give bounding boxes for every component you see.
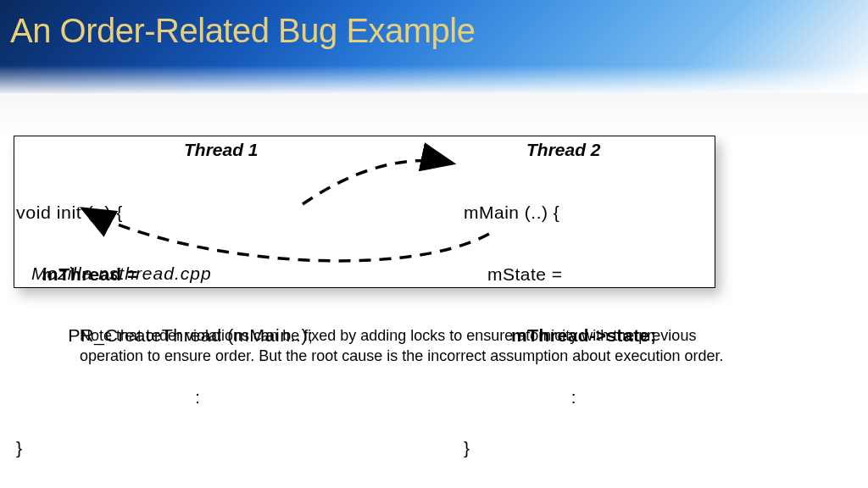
thread1-line1: void init (..) { (16, 202, 345, 223)
thread2-header: Thread 2 (526, 140, 601, 160)
explanatory-note: Note that order violations can be fixed … (80, 325, 724, 367)
thread2-line1: mMain (..) { (464, 202, 659, 223)
thread1-ellipsis: : (51, 387, 345, 397)
banner-fade (0, 93, 868, 140)
source-file-label: Mozilla nsthread.cpp (31, 263, 212, 284)
thread1-close-brace: } (16, 438, 345, 458)
code-figure: Thread 1 Thread 2 void init (..) { mThre… (14, 136, 715, 288)
thread1-header: Thread 1 (184, 140, 259, 160)
slide-title: An Order-Related Bug Example (10, 12, 476, 50)
thread2-ellipsis: : (489, 387, 659, 397)
thread2-close-brace: } (464, 438, 659, 458)
title-banner: An Order-Related Bug Example (0, 0, 868, 93)
thread2-line2: mState = (487, 264, 659, 285)
